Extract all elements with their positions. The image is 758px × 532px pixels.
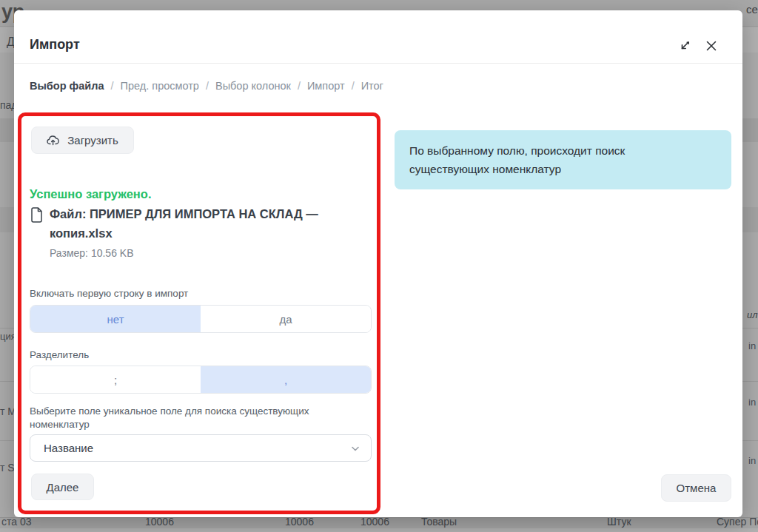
import-dialog: Импорт Выбор файла / Пред. просмотр (14, 10, 742, 517)
breadcrumb-step-import[interactable]: Импорт (307, 80, 345, 92)
breadcrumb-separator: / (352, 80, 355, 92)
backdrop-text-fragment: ce (746, 3, 758, 16)
collapse-icon[interactable] (677, 38, 692, 53)
backdrop-table-cell: 10006 (360, 516, 389, 528)
backdrop-text-fragment: т S (0, 462, 15, 474)
backdrop-band (0, 528, 758, 532)
upload-button[interactable]: Загрузить (31, 127, 134, 154)
breadcrumb-separator: / (298, 80, 301, 92)
uploaded-file-name: Файл: ПРИМЕР ДЛЯ ИМПОРТА НА СКЛАД — копи… (50, 204, 369, 243)
backdrop-table-cell: Товары (421, 516, 457, 528)
backdrop-text-fragment: ил (747, 309, 758, 320)
chevron-down-icon (350, 443, 360, 454)
file-icon (30, 207, 43, 243)
separator-option-semicolon[interactable]: ; (30, 366, 201, 393)
backdrop-table-cell: ста 03 (1, 516, 32, 528)
separator-toggle-label: Разделитель (30, 349, 89, 362)
breadcrumb-step-file[interactable]: Выбор файла (30, 80, 104, 92)
breadcrumb-step-columns[interactable]: Выбор колонок (215, 80, 291, 92)
breadcrumb-separator: / (111, 80, 114, 92)
unique-field-select[interactable]: Название (30, 434, 372, 462)
next-button[interactable]: Далее (31, 474, 94, 500)
cancel-button[interactable]: Отмена (661, 474, 731, 502)
backdrop-text-fragment: in (748, 455, 756, 466)
screen: ур Д пад ция т М т S ста 03 10006 10006 … (0, 0, 758, 532)
upload-button-label: Загрузить (67, 134, 118, 147)
breadcrumb: Выбор файла / Пред. просмотр / Выбор кол… (30, 80, 383, 92)
backdrop-table-cell: Штук (607, 516, 631, 528)
separator-toggle: ; , (30, 366, 372, 394)
upload-success-message: Успешно загружено. (30, 187, 151, 201)
dialog-window-controls (677, 38, 719, 53)
info-message-text: По выбранному полю, происходит поиск сущ… (409, 141, 665, 178)
info-message-box: По выбранному полю, происходит поиск сущ… (395, 130, 731, 189)
uploaded-file-row: Файл: ПРИМЕР ДЛЯ ИМПОРТА НА СКЛАД — копи… (30, 204, 378, 243)
close-icon[interactable] (704, 38, 719, 53)
unique-field-selected-value: Название (44, 442, 93, 454)
backdrop-text-fragment: in (748, 340, 756, 351)
uploaded-file-size: Размер: 10.56 KB (50, 247, 134, 259)
first-row-option-no[interactable]: нет (30, 306, 201, 332)
first-row-option-yes[interactable]: да (201, 306, 371, 332)
cloud-upload-icon (47, 135, 61, 147)
backdrop-table-cell: 10006 (285, 516, 314, 528)
first-row-toggle-label: Включать первую строку в импорт (30, 287, 188, 300)
backdrop-table-cell: 10006 (145, 516, 174, 528)
backdrop-text-fragment: in (748, 397, 756, 408)
first-row-toggle: нет да (30, 305, 372, 333)
breadcrumb-separator: / (206, 80, 209, 92)
unique-field-label: Выберите поле уникальное поле для поиска… (30, 405, 333, 431)
separator-option-comma[interactable]: , (201, 366, 371, 393)
breadcrumb-step-preview[interactable]: Пред. просмотр (121, 80, 199, 92)
header-divider (14, 63, 742, 64)
dialog-title: Импорт (30, 37, 80, 53)
breadcrumb-step-result[interactable]: Итог (361, 80, 383, 92)
backdrop-table-cell: Супер По (717, 516, 758, 528)
